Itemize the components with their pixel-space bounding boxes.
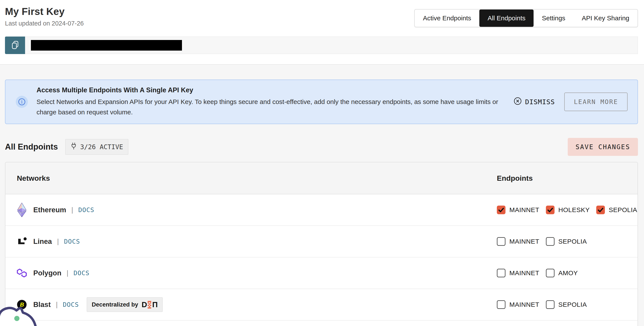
tab-all-endpoints[interactable]: All Endpoints bbox=[479, 10, 534, 27]
dismiss-label: DISMISS bbox=[525, 98, 555, 106]
banner-body: Select Networks and Expansion APIs for y… bbox=[36, 97, 501, 118]
network-row-blast: B Blast | DOCS Decentralized byDΠ MAINNE… bbox=[6, 289, 638, 320]
endpoints-table: Networks Endpoints Ethereum | DOCS MAINN… bbox=[5, 162, 638, 326]
endpoint-label: HOLESKY bbox=[558, 206, 590, 214]
api-key-row bbox=[5, 36, 638, 54]
endpoint-label: MAINNET bbox=[509, 206, 540, 214]
decentralized-by-din-badge: Decentralized byDΠ bbox=[87, 297, 163, 312]
docs-link[interactable]: DOCS bbox=[78, 206, 94, 214]
network-name: Polygon bbox=[33, 269, 61, 277]
column-header-endpoints: Endpoints bbox=[497, 174, 638, 182]
docs-link[interactable]: DOCS bbox=[64, 238, 80, 245]
endpoints-section-header: All Endpoints 3/26 ACTIVE SAVE CHANGES bbox=[5, 138, 638, 156]
banner-text: Access Multiple Endpoints With A Single … bbox=[36, 86, 514, 118]
checkbox-mainnet-unchecked[interactable] bbox=[497, 269, 506, 277]
tab-settings[interactable]: Settings bbox=[534, 10, 573, 27]
api-key-field[interactable] bbox=[25, 36, 638, 54]
copy-icon bbox=[10, 40, 20, 50]
endpoint-checkbox-group[interactable]: SEPOLIA bbox=[546, 237, 587, 246]
endpoint-checkbox-group[interactable]: MAINNET bbox=[497, 206, 540, 214]
active-count-label: 3/26 ACTIVE bbox=[80, 143, 123, 151]
ethereum-icon bbox=[17, 203, 27, 217]
svg-text:i: i bbox=[21, 99, 22, 104]
network-name: Linea bbox=[33, 237, 52, 246]
checkbox-amoy-unchecked[interactable] bbox=[546, 269, 554, 277]
dismiss-circle-x-icon bbox=[514, 97, 522, 106]
checkbox-mainnet-unchecked[interactable] bbox=[497, 300, 506, 309]
endpoint-checkbox-group[interactable]: AMOY bbox=[546, 269, 578, 277]
docs-link[interactable]: DOCS bbox=[63, 301, 79, 308]
endpoint-label: SEPOLIA bbox=[558, 301, 587, 308]
linea-icon bbox=[17, 234, 27, 248]
network-row-linea: Linea | DOCS MAINNET SEPOLIA bbox=[6, 226, 638, 258]
banner-title: Access Multiple Endpoints With A Single … bbox=[36, 86, 501, 94]
table-header: Networks Endpoints bbox=[6, 162, 638, 194]
checkbox-sepolia-checked[interactable] bbox=[596, 206, 605, 214]
tab-bar: Active Endpoints All Endpoints Settings … bbox=[414, 9, 638, 27]
network-row-ethereum: Ethereum | DOCS MAINNET HOLESKY SEPOLIA bbox=[6, 194, 638, 226]
separator: | bbox=[57, 238, 59, 245]
support-chat-fox-widget[interactable] bbox=[0, 298, 52, 326]
api-key-page: My First Key Last updated on 2024-07-26 … bbox=[0, 0, 644, 326]
api-key-redacted-value bbox=[31, 40, 182, 50]
endpoint-checkbox-group[interactable]: SEPOLIA bbox=[546, 300, 587, 309]
page-title: My First Key bbox=[5, 6, 64, 17]
endpoint-label: AMOY bbox=[558, 269, 578, 277]
endpoint-label: MAINNET bbox=[509, 238, 540, 245]
tab-active-endpoints[interactable]: Active Endpoints bbox=[415, 10, 479, 27]
tab-api-key-sharing[interactable]: API Key Sharing bbox=[574, 10, 638, 27]
endpoint-checkbox-group[interactable]: SEPOLIA bbox=[596, 206, 637, 214]
last-updated-text: Last updated on 2024-07-26 bbox=[5, 20, 84, 27]
checkbox-sepolia-unchecked[interactable] bbox=[546, 300, 554, 309]
online-status-dot bbox=[14, 316, 20, 321]
dismiss-button[interactable]: DISMISS bbox=[514, 97, 555, 106]
docs-link[interactable]: DOCS bbox=[74, 269, 90, 277]
info-banner: i Access Multiple Endpoints With A Singl… bbox=[5, 80, 638, 124]
column-header-networks: Networks bbox=[6, 174, 497, 182]
endpoint-label: MAINNET bbox=[509, 301, 540, 308]
checkbox-sepolia-unchecked[interactable] bbox=[546, 237, 554, 246]
separator: | bbox=[71, 206, 73, 214]
endpoint-label: SEPOLIA bbox=[558, 238, 587, 245]
din-logo: DΠ bbox=[142, 300, 158, 309]
learn-more-button[interactable]: LEARN MORE bbox=[564, 92, 628, 111]
copy-api-key-button[interactable] bbox=[5, 36, 25, 54]
checkbox-mainnet-unchecked[interactable] bbox=[497, 237, 506, 246]
checkbox-mainnet-checked[interactable] bbox=[497, 206, 506, 214]
network-name: Ethereum bbox=[33, 206, 66, 214]
plug-icon bbox=[70, 142, 77, 152]
banner-actions: DISMISS LEARN MORE bbox=[514, 92, 628, 111]
endpoint-checkbox-group[interactable]: MAINNET bbox=[497, 237, 540, 246]
info-icon: i bbox=[16, 96, 28, 108]
endpoint-checkbox-group[interactable]: MAINNET bbox=[497, 269, 540, 277]
save-changes-button[interactable]: SAVE CHANGES bbox=[568, 138, 638, 156]
section-heading: All Endpoints bbox=[5, 142, 58, 152]
polygon-icon bbox=[17, 266, 27, 280]
active-count-badge: 3/26 ACTIVE bbox=[65, 139, 128, 155]
checkbox-holesky-checked[interactable] bbox=[546, 206, 554, 214]
separator: | bbox=[66, 269, 68, 277]
network-row-polygon: Polygon | DOCS MAINNET AMOY bbox=[6, 258, 638, 289]
badge-text: Decentralized by bbox=[92, 301, 138, 308]
endpoint-checkbox-group[interactable]: HOLESKY bbox=[546, 206, 590, 214]
endpoint-label: SEPOLIA bbox=[609, 206, 637, 214]
endpoint-checkbox-group[interactable]: MAINNET bbox=[497, 300, 540, 309]
endpoint-label: MAINNET bbox=[509, 269, 540, 277]
separator: | bbox=[56, 301, 58, 308]
